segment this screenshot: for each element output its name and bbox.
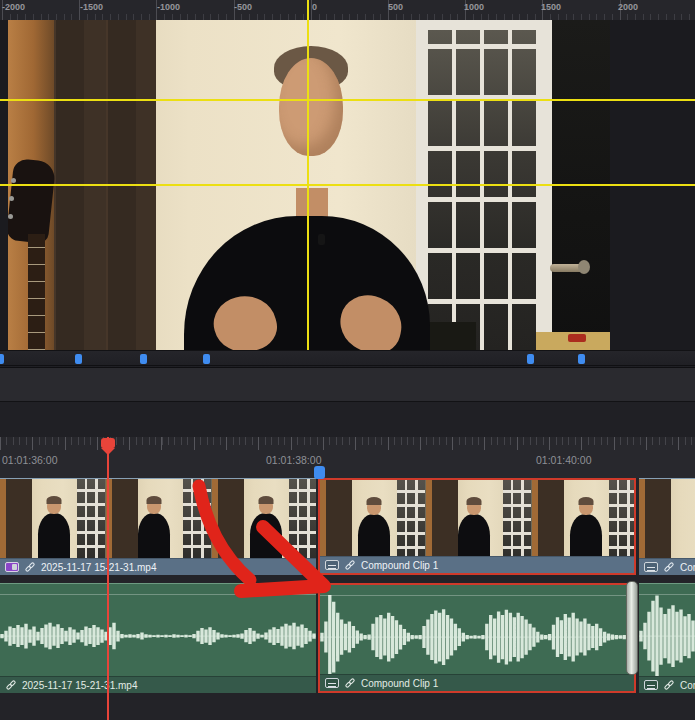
- compound-clip-icon: [325, 678, 339, 688]
- clip-label-bar: Compound Clip 1: [320, 556, 634, 573]
- audio-clip-selected[interactable]: Compound Clip 1: [318, 583, 636, 693]
- clip-label-bar: 2025-11-17 15-21-31.mp4: [0, 558, 316, 575]
- clip-name: Compound Clip 1: [361, 678, 438, 689]
- audio-clip[interactable]: Com: [639, 583, 695, 693]
- timecode-label: 01:01:40:00: [536, 454, 591, 466]
- viewer-marker[interactable]: [75, 354, 82, 364]
- ruler-label: -500: [234, 2, 252, 12]
- clip-thumbnail: [212, 479, 316, 559]
- ruler-label: 2000: [618, 2, 638, 12]
- audio-waveform: [0, 584, 316, 677]
- viewer-marker[interactable]: [527, 354, 534, 364]
- volume-automation-line[interactable]: [0, 594, 316, 595]
- audio-waveform: [639, 584, 695, 677]
- ruler-label: 0: [312, 2, 317, 12]
- playhead-head[interactable]: [101, 438, 115, 448]
- video-clip-selected[interactable]: Compound Clip 1: [318, 478, 636, 575]
- horizontal-guide-line: [0, 184, 695, 186]
- clip-thumbnail: [639, 479, 695, 559]
- guitar-tuner: [11, 178, 16, 183]
- timecode-label: 01:01:38:00: [266, 454, 321, 466]
- clip-name: 2025-11-17 15-21-31.mp4: [22, 680, 137, 691]
- guitar-neck: [28, 234, 45, 350]
- clip-thumbnail: [106, 479, 212, 559]
- ruler-label: -1500: [80, 2, 103, 12]
- timeline-tracks: 2025-11-17 15-21-31.mp4 Compound Clip 1: [0, 478, 695, 720]
- link-icon: [663, 561, 675, 573]
- davinci-resolve-edit-page: -2000 -1500 -1000 -500 0 500 1000 1500 2…: [0, 0, 695, 720]
- clip-label-bar: Com: [639, 676, 695, 693]
- edit-toolbar: −: [0, 401, 695, 437]
- ruler-label: 500: [388, 2, 403, 12]
- audio-waveform: [320, 585, 634, 678]
- viewer-coordinate-ruler[interactable]: -2000 -1500 -1000 -500 0 500 1000 1500 2…: [0, 0, 695, 20]
- clip-filmstrip: [320, 480, 634, 560]
- compound-clip-icon: [644, 562, 658, 572]
- red-object: [568, 334, 586, 342]
- viewer-marker[interactable]: [0, 354, 4, 364]
- clip-thumbnail: [426, 480, 532, 560]
- ruler-label: -2000: [2, 2, 25, 12]
- vertical-guide-line: [307, 0, 309, 350]
- video-clip[interactable]: Com: [639, 478, 695, 575]
- transport-bar: ‹ ● ›: [0, 367, 695, 401]
- volume-automation-line[interactable]: [639, 594, 695, 595]
- clip-thumbnail: [532, 480, 634, 560]
- link-icon: [344, 559, 356, 571]
- guitar-tuner: [9, 196, 14, 201]
- viewer-marker[interactable]: [140, 354, 147, 364]
- compound-clip-icon: [644, 680, 658, 690]
- horizontal-guide-line: [0, 99, 695, 101]
- media-clip-icon: [5, 562, 19, 572]
- clip-name: Com: [680, 680, 695, 691]
- ruler-label: -1000: [157, 2, 180, 12]
- link-icon: [24, 561, 36, 573]
- clip-filmstrip: [639, 479, 695, 559]
- link-icon: [5, 679, 17, 691]
- clip-trim-handle[interactable]: [626, 581, 638, 675]
- compound-clip-icon: [325, 560, 339, 570]
- clip-thumbnail: [0, 479, 106, 559]
- guitar-headstock: [8, 158, 56, 244]
- viewer-marker[interactable]: [578, 354, 585, 364]
- clip-name: Compound Clip 1: [361, 560, 438, 571]
- clip-label-bar: Com: [639, 558, 695, 575]
- timeline-marker[interactable]: [314, 466, 325, 479]
- viewer-scrubber-bar[interactable]: [0, 350, 695, 367]
- clip-label-bar: Compound Clip 1: [320, 674, 634, 691]
- clip-name: Com: [680, 562, 695, 573]
- clip-name: 2025-11-17 15-21-31.mp4: [41, 562, 156, 573]
- lavalier-mic: [318, 234, 325, 245]
- link-icon: [344, 677, 356, 689]
- playhead[interactable]: [107, 437, 109, 720]
- clip-filmstrip: [0, 479, 316, 559]
- clip-label-bar: 2025-11-17 15-21-31.mp4: [0, 676, 316, 693]
- timecode-label: 01:01:36:00: [2, 454, 57, 466]
- link-icon: [663, 679, 675, 691]
- door-handle-rosette: [578, 260, 590, 274]
- volume-automation-line[interactable]: [320, 595, 634, 596]
- audio-clip[interactable]: 2025-11-17 15-21-31.mp4: [0, 583, 316, 693]
- door-glass-panes: [428, 30, 540, 350]
- viewer-marker[interactable]: [203, 354, 210, 364]
- ruler-label: 1000: [464, 2, 484, 12]
- guitar-tuner: [8, 214, 13, 219]
- ruler-label: 1500: [541, 2, 561, 12]
- video-clip[interactable]: 2025-11-17 15-21-31.mp4: [0, 478, 316, 575]
- clip-thumbnail: [320, 480, 426, 560]
- presenter-head: [279, 58, 343, 156]
